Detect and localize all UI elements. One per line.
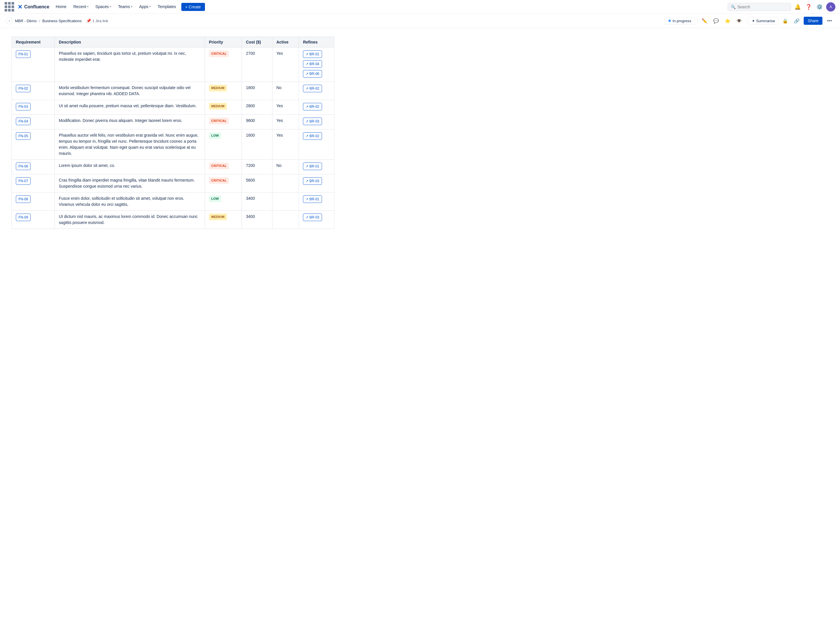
br-link[interactable]: ↗ BR-02 xyxy=(303,85,322,92)
br-link[interactable]: ↗ BR-04 xyxy=(303,60,322,68)
chevron-down-icon: ▾ xyxy=(149,5,151,8)
cell-active xyxy=(272,193,299,211)
table-row: FN-09Ut dictum nisl mauris, ac maximus l… xyxy=(12,211,335,229)
cell-description: Morbi vestibulum fermentum consequat. Do… xyxy=(55,82,205,100)
avatar[interactable]: A xyxy=(826,2,836,12)
cell-cost: 2800 xyxy=(242,100,272,115)
cell-refines: ↗ BR-01↗ BR-04↗ BR-06 xyxy=(299,48,335,82)
comment-button[interactable]: 💬 xyxy=(711,17,721,25)
table-row: FN-05Phasellus auctor velit felis, non v… xyxy=(12,129,335,160)
edit-button[interactable]: ✏️ xyxy=(700,17,709,25)
fn-badge: FN-04 xyxy=(16,117,31,125)
requirements-table: Requirement Description Priority Cost ($… xyxy=(12,37,335,229)
search-icon: 🔍 xyxy=(731,4,736,9)
nav-apps[interactable]: Apps ▾ xyxy=(136,0,154,14)
jira-link[interactable]: 📌 1 Jira link xyxy=(84,18,110,24)
nav-recent[interactable]: Recent ▾ xyxy=(70,0,91,14)
priority-badge: CRITICAL xyxy=(209,51,229,57)
cell-id: FN-07 xyxy=(12,174,55,193)
breadcrumb-separator: / xyxy=(39,19,40,23)
cell-cost: 2700 xyxy=(242,48,272,82)
more-actions-button[interactable]: ••• xyxy=(825,17,834,24)
confluence-logo[interactable]: ✕ Confluence xyxy=(18,3,49,10)
table-row: FN-04Modification. Donec piverra risus a… xyxy=(12,115,335,129)
cell-cost: 9600 xyxy=(242,115,272,129)
nav-spaces[interactable]: Spaces ▾ xyxy=(92,0,114,14)
cell-priority: MEDIUM xyxy=(205,100,242,115)
br-link[interactable]: ↗ BR-03 xyxy=(303,214,322,221)
search-box[interactable]: 🔍 xyxy=(728,3,791,11)
sidebar-toggle-button[interactable]: › xyxy=(6,17,13,24)
nav-teams[interactable]: Teams ▾ xyxy=(115,0,135,14)
search-input[interactable] xyxy=(737,4,788,9)
br-link[interactable]: ↗ BR-01 xyxy=(303,163,322,170)
fn-badge: FN-05 xyxy=(16,132,31,140)
cell-active: Yes xyxy=(272,48,299,82)
app-switcher-icon[interactable] xyxy=(4,2,14,12)
share-button[interactable]: Share xyxy=(804,17,822,25)
cell-description: Phasellus ex sapien, tincidunt quis tort… xyxy=(55,48,205,82)
confluence-logo-text: Confluence xyxy=(24,4,49,9)
br-link[interactable]: ↗ BR-01 xyxy=(303,195,322,203)
cell-priority: CRITICAL xyxy=(205,160,242,174)
col-header-refines: Refines xyxy=(299,37,335,48)
restrict-button[interactable]: 🔒 xyxy=(781,17,790,25)
cell-priority: MEDIUM xyxy=(205,211,242,229)
cell-priority: LOW xyxy=(205,129,242,160)
cell-active: Yes xyxy=(272,100,299,115)
br-link[interactable]: ↗ BR-01 xyxy=(303,51,322,58)
cell-id: FN-04 xyxy=(12,115,55,129)
cell-description: Ut dictum nisl mauris, ac maximus lorem … xyxy=(55,211,205,229)
priority-badge: LOW xyxy=(209,195,222,202)
watch-button[interactable]: 👁️ xyxy=(734,17,744,25)
nav-home[interactable]: Home xyxy=(53,0,69,14)
col-header-requirement: Requirement xyxy=(12,37,55,48)
cell-priority: CRITICAL xyxy=(205,115,242,129)
cell-id: FN-08 xyxy=(12,193,55,211)
fn-badge: FN-07 xyxy=(16,177,31,185)
breadcrumb-current: Business Specifications xyxy=(42,19,82,23)
create-button[interactable]: + Create xyxy=(181,3,205,11)
br-link[interactable]: ↗ BR-06 xyxy=(303,70,322,77)
cell-priority: LOW xyxy=(205,193,242,211)
cell-priority: MEDIUM xyxy=(205,82,242,100)
table-row: FN-01Phasellus ex sapien, tincidunt quis… xyxy=(12,48,335,82)
br-link[interactable]: ↗ BR-02 xyxy=(303,132,322,140)
cell-active: No xyxy=(272,82,299,100)
fn-badge: FN-06 xyxy=(16,163,31,170)
status-badge[interactable]: In progress xyxy=(665,17,695,24)
priority-badge: CRITICAL xyxy=(209,177,229,184)
table-row: FN-06Lorem ipsum dolor sit amet, co.CRIT… xyxy=(12,160,335,174)
br-link[interactable]: ↗ BR-03 xyxy=(303,177,322,185)
br-link[interactable]: ↗ BR-03 xyxy=(303,117,322,125)
priority-badge: MEDIUM xyxy=(209,214,227,220)
cell-refines: ↗ BR-02 xyxy=(299,82,335,100)
cell-cost: 3400 xyxy=(242,193,272,211)
link-button[interactable]: 🔗 xyxy=(792,17,801,25)
cell-description: Cras fringilla diam imperdiet magna frin… xyxy=(55,174,205,193)
cell-cost: 3400 xyxy=(242,211,272,229)
help-button[interactable]: ❓ xyxy=(804,3,813,11)
cell-refines: ↗ BR-03 xyxy=(299,211,335,229)
cell-id: FN-09 xyxy=(12,211,55,229)
fn-badge: FN-09 xyxy=(16,214,31,221)
cell-description: Fusce enim dolor, sollicitudin et sollic… xyxy=(55,193,205,211)
summarise-button[interactable]: ✦ Summarise xyxy=(749,17,778,25)
br-link[interactable]: ↗ BR-02 xyxy=(303,103,322,110)
cell-description: Lorem ipsum dolor sit amet, co. xyxy=(55,160,205,174)
nav-templates[interactable]: Templates xyxy=(155,0,179,14)
settings-button[interactable]: ⚙️ xyxy=(815,3,824,11)
top-navigation: ✕ Confluence Home Recent ▾ Spaces ▾ Team… xyxy=(0,0,840,14)
priority-badge: MEDIUM xyxy=(209,85,227,91)
cell-active: Yes xyxy=(272,115,299,129)
page-content: Requirement Description Priority Cost ($… xyxy=(0,28,346,238)
notifications-button[interactable]: 🔔 xyxy=(793,3,802,11)
cell-cost: 7200 xyxy=(242,160,272,174)
col-header-cost: Cost ($) xyxy=(242,37,272,48)
cell-priority: CRITICAL xyxy=(205,48,242,82)
priority-badge: CRITICAL xyxy=(209,163,229,169)
breadcrumb-home[interactable]: MBR - Démo xyxy=(15,19,37,23)
star-button[interactable]: ⭐ xyxy=(723,17,732,25)
cell-id: FN-06 xyxy=(12,160,55,174)
cell-cost: 1800 xyxy=(242,82,272,100)
